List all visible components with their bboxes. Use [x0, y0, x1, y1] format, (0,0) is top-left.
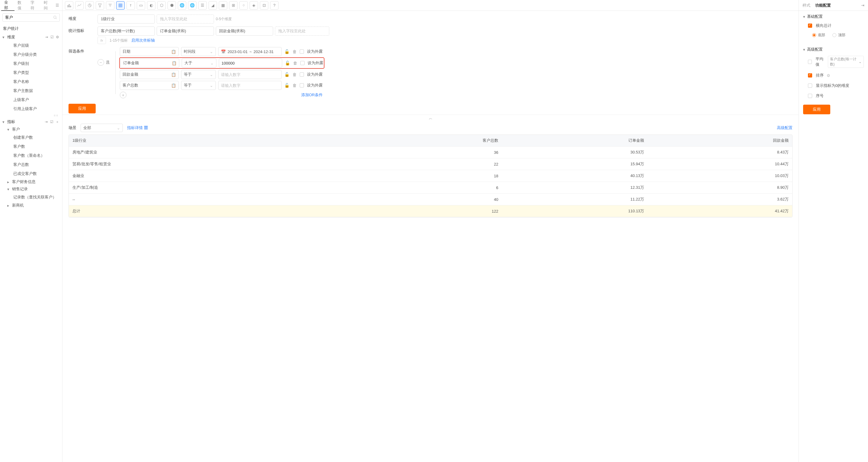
metric-group-sales[interactable]: ▾销售记录 — [0, 186, 62, 193]
delete-icon[interactable]: 🗑 — [292, 49, 297, 54]
chart-pivot-icon[interactable]: ▦ — [219, 1, 227, 10]
apply-button풀button[interactable]: 应用 — [68, 104, 96, 113]
indicator-detail-link[interactable]: 指标详情 ☰ — [127, 125, 148, 131]
position-top-radio[interactable]: 顶部 — [832, 33, 845, 38]
collapse-config-button[interactable]: ︽ — [62, 114, 799, 121]
dim-item[interactable]: 客户级别 — [0, 59, 62, 68]
remove-group-button[interactable]: − — [97, 59, 104, 66]
metric-chip[interactable]: 客户总数(唯一计数) — [97, 27, 155, 36]
chart-barh-icon[interactable]: ☰ — [198, 1, 207, 10]
metric-group-customer[interactable]: ▾客户 — [0, 126, 62, 133]
dim-item[interactable]: 引用上级客户 — [0, 104, 62, 113]
basic-config-section[interactable]: ▾基础配置 — [803, 14, 864, 19]
metric-item[interactable]: 客户数 — [0, 142, 62, 151]
tab-number[interactable]: 数值 — [14, 0, 28, 11]
dim-item[interactable]: 上级客户 — [0, 95, 62, 104]
chart-funnel2-icon[interactable] — [106, 1, 114, 10]
fx-button[interactable]: fx — [97, 37, 106, 44]
filter-value-input[interactable] — [218, 81, 282, 90]
filter-value-input[interactable] — [219, 59, 282, 68]
show-zero-checkbox[interactable] — [808, 84, 812, 88]
tab-all[interactable]: 全部 — [1, 0, 14, 11]
tab-function-config[interactable]: 功能配置 — [815, 0, 831, 11]
filter-operator-select[interactable]: 时间段⌄ — [181, 47, 216, 56]
lock-icon[interactable]: 🔓 — [284, 49, 289, 54]
filter-operator-select[interactable]: 等于⌄ — [181, 70, 216, 79]
search-input[interactable] — [2, 13, 60, 22]
metric-chip[interactable]: 回款金额(求和) — [216, 27, 273, 36]
expose-checkbox[interactable] — [300, 83, 304, 88]
chart-card-icon[interactable]: ▭ — [137, 1, 145, 10]
metric-tool-check-icon[interactable]: ☑ — [50, 120, 54, 124]
scene-select[interactable]: 全部⌄ — [81, 124, 123, 132]
position-bottom-radio[interactable]: 底部 — [812, 33, 825, 38]
horizontal-total-checkbox[interactable] — [808, 24, 812, 28]
delete-icon[interactable]: 🗑 — [292, 72, 297, 77]
dimension-section-header[interactable]: ▾维度 ⇥ ☑ ⚙ — [0, 33, 62, 41]
metric-tool-indent-icon[interactable]: ⇥ — [45, 120, 48, 124]
chart-funnel-icon[interactable] — [96, 1, 104, 10]
dim-item[interactable]: 客户名称 — [0, 77, 62, 86]
metric-item[interactable]: 记录数（查找关联客户） — [0, 193, 62, 202]
chart-globe-icon[interactable]: 🌐 — [178, 1, 186, 10]
tab-char[interactable]: 字符 — [28, 0, 41, 11]
average-checkbox[interactable] — [808, 60, 812, 64]
dim-tool-indent-icon[interactable]: ⇥ — [45, 35, 49, 39]
resize-handle[interactable]: == — [0, 113, 62, 118]
metric-item[interactable]: 客户数（重命名） — [0, 151, 62, 160]
chart-line-icon[interactable] — [75, 1, 84, 10]
lock-icon[interactable]: 🔓 — [284, 72, 289, 77]
chart-grid-icon[interactable]: ⊡ — [260, 1, 268, 10]
secondary-axis-link[interactable]: 启用次坐标轴 — [131, 38, 155, 43]
metric-tool-plus-icon[interactable]: ＋ — [56, 120, 60, 124]
lock-icon[interactable]: 🔓 — [284, 83, 289, 88]
horizontal-total-option[interactable]: 横向总计 — [803, 22, 864, 30]
expose-checkbox[interactable] — [300, 50, 304, 54]
right-apply-button[interactable]: 应用 — [803, 105, 830, 114]
dim-item[interactable]: 客户分级分类 — [0, 50, 62, 59]
lock-icon[interactable]: 🔓 — [285, 61, 290, 65]
filter-field-select[interactable]: 客户总数📋 — [120, 81, 179, 90]
chart-map-cn-icon[interactable]: ⬡ — [157, 1, 166, 10]
chart-map-cn2-icon[interactable]: ⬢ — [167, 1, 176, 10]
tab-time[interactable]: 时间 — [41, 0, 54, 11]
search-icon[interactable] — [53, 15, 57, 20]
dim-item[interactable]: 客户类型 — [0, 68, 62, 77]
chart-combo-icon[interactable]: ⫯ — [126, 1, 135, 10]
average-metric-select[interactable]: 客户总数(唯一计数)⌄ — [828, 56, 864, 68]
expose-checkbox[interactable] — [300, 72, 304, 76]
dim-item[interactable]: 客户主数据 — [0, 86, 62, 95]
average-option[interactable]: 平均值 客户总数(唯一计数)⌄ — [803, 55, 864, 69]
chart-pie-icon[interactable] — [85, 1, 94, 10]
advanced-config-link[interactable]: 高级配置 — [777, 125, 793, 131]
chart-gauge-icon[interactable]: ◐ — [147, 1, 155, 10]
sort-option[interactable]: 排序⚙ — [803, 71, 864, 79]
expose-checkbox[interactable] — [300, 61, 305, 65]
delete-icon[interactable]: 🗑 — [292, 61, 298, 65]
metric-chip[interactable]: 订单金额(求和) — [157, 27, 214, 36]
filter-operator-select[interactable]: 等于⌄ — [181, 81, 216, 90]
chart-table-icon[interactable] — [116, 1, 125, 10]
advanced-config-section[interactable]: ▾高级配置 — [803, 47, 864, 52]
chart-cross-icon[interactable]: ⊞ — [229, 1, 238, 10]
col-header[interactable]: 订单金额 — [502, 135, 648, 146]
col-header[interactable]: 客户总数 — [357, 135, 502, 146]
metric-item[interactable]: 已成交客户数 — [0, 169, 62, 178]
chart-bar-icon[interactable] — [65, 1, 73, 10]
metric-group-opportunity[interactable]: ▸新商机 — [0, 202, 62, 209]
dim-tool-gear-icon[interactable]: ⚙ — [56, 35, 60, 39]
table-row[interactable]: 房地产/建筑业3630.53万8.43万 — [69, 146, 792, 158]
dim-item[interactable]: 客户层级 — [0, 41, 62, 50]
chart-help-icon[interactable]: ? — [270, 1, 279, 10]
serial-option[interactable]: 序号 — [803, 92, 864, 100]
show-zero-option[interactable]: 显示指标为0的维度 — [803, 82, 864, 90]
collapse-right-icon[interactable]: ⇥ — [861, 3, 864, 7]
tab-more-icon[interactable]: ☰ — [54, 3, 61, 7]
table-row[interactable]: --4011.22万3.62万 — [69, 194, 792, 205]
chart-area-icon[interactable]: ◢ — [209, 1, 217, 10]
filter-operator-select[interactable]: 大于⌄ — [182, 59, 216, 68]
filter-value-input[interactable] — [218, 70, 282, 79]
add-condition-button[interactable]: + — [120, 92, 126, 98]
filter-date-range[interactable]: 📅2023-01-01~2024-12-31 — [218, 47, 282, 56]
metric-section-header[interactable]: ▾指标 ⇥ ☑ ＋ — [0, 118, 62, 126]
